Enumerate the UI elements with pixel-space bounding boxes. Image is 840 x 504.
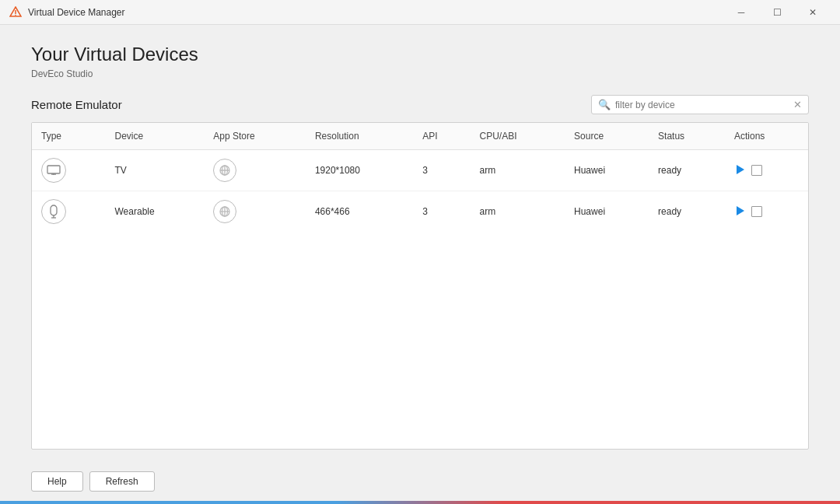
- window-title: Virtual Device Manager: [28, 7, 723, 18]
- minimize-button[interactable]: ─: [723, 0, 759, 25]
- search-box: 🔍 ✕: [591, 95, 809, 114]
- cell-status: ready: [649, 191, 725, 233]
- cell-device: TV: [106, 150, 205, 191]
- play-button[interactable]: [734, 205, 745, 219]
- table-row: TV 1920*10803armHuaweiready: [32, 150, 808, 191]
- col-actions: Actions: [725, 123, 808, 150]
- search-icon: 🔍: [598, 99, 611, 110]
- cell-cpu: arm: [471, 191, 565, 233]
- actions-cell: [734, 205, 799, 219]
- col-resolution: Resolution: [306, 123, 413, 150]
- col-type: Type: [32, 123, 106, 150]
- cell-appstore: [204, 191, 306, 233]
- close-button[interactable]: ✕: [795, 0, 831, 25]
- col-status: Status: [649, 123, 725, 150]
- cell-resolution: 466*466: [306, 191, 413, 233]
- cell-type: [32, 191, 106, 233]
- cell-type: [32, 150, 106, 191]
- cell-device: Wearable: [106, 191, 205, 233]
- col-source: Source: [565, 123, 649, 150]
- cell-source: Huawei: [565, 150, 649, 191]
- svg-marker-18: [737, 206, 744, 215]
- refresh-button[interactable]: Refresh: [89, 471, 155, 492]
- appstore-icon: [213, 200, 236, 223]
- col-device: Device: [106, 123, 205, 150]
- svg-rect-11: [51, 205, 57, 215]
- cell-api: 3: [413, 191, 470, 233]
- clear-search-icon[interactable]: ✕: [793, 99, 802, 110]
- cell-resolution: 1920*1080: [306, 150, 413, 191]
- appstore-icon: [213, 159, 236, 182]
- device-table-container: Type Device App Store Resolution API CPU…: [31, 122, 809, 450]
- search-input[interactable]: [615, 100, 789, 110]
- help-button[interactable]: Help: [31, 471, 83, 492]
- col-api: API: [413, 123, 470, 150]
- footer: Help Refresh: [0, 462, 840, 501]
- col-cpu: CPU/ABI: [471, 123, 565, 150]
- stop-button[interactable]: [751, 206, 762, 217]
- page-subtitle: DevEco Studio: [31, 68, 809, 79]
- cell-api: 3: [413, 150, 470, 191]
- section-header: Remote Emulator 🔍 ✕: [31, 95, 809, 114]
- stop-button[interactable]: [751, 165, 762, 176]
- cell-source: Huawei: [565, 191, 649, 233]
- play-button[interactable]: [734, 164, 745, 177]
- table-header-row: Type Device App Store Resolution API CPU…: [32, 123, 808, 150]
- cell-appstore: [204, 150, 306, 191]
- actions-cell: [734, 164, 799, 177]
- bottom-accent-bar: [0, 501, 840, 504]
- cell-cpu: arm: [471, 150, 565, 191]
- main-content: Your Virtual Devices DevEco Studio Remot…: [0, 25, 840, 462]
- titlebar: Virtual Device Manager ─ ☐ ✕: [0, 0, 840, 25]
- app-icon: [9, 6, 22, 19]
- svg-marker-10: [737, 165, 744, 174]
- window-controls: ─ ☐ ✕: [723, 0, 831, 25]
- svg-point-2: [15, 14, 16, 16]
- cell-actions: [725, 150, 808, 191]
- cell-status: ready: [649, 150, 725, 191]
- cell-actions: [725, 191, 808, 233]
- wearable-icon: [41, 199, 66, 224]
- col-appstore: App Store: [204, 123, 306, 150]
- svg-rect-3: [47, 166, 60, 173]
- page-title: Your Virtual Devices: [31, 44, 809, 65]
- tv-icon: [41, 158, 66, 183]
- maximize-button[interactable]: ☐: [759, 0, 795, 25]
- device-table: Type Device App Store Resolution API CPU…: [32, 123, 808, 232]
- section-title: Remote Emulator: [31, 98, 122, 111]
- table-row: Wearable 466*4663armHuaweiready: [32, 191, 808, 233]
